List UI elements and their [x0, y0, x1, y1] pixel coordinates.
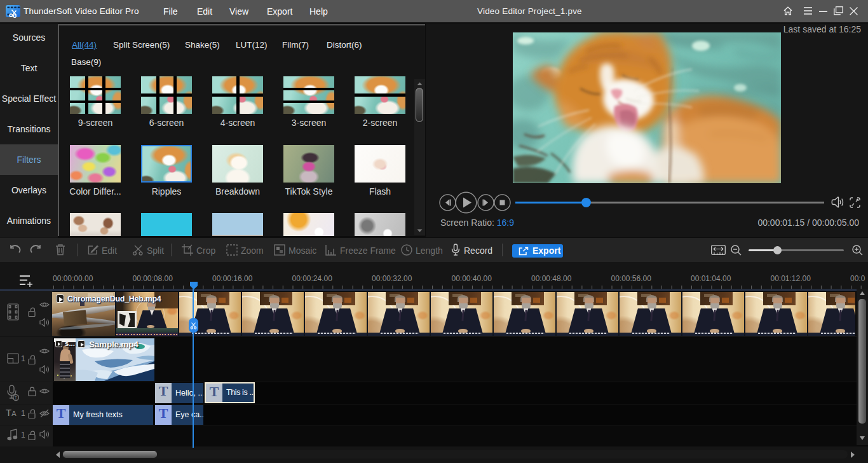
svg-text:T: T — [15, 396, 18, 400]
